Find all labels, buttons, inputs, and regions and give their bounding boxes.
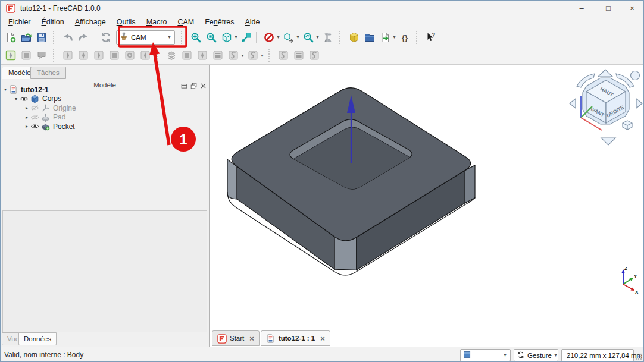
cam-job-icon[interactable] <box>3 48 18 63</box>
axonometric-view-icon[interactable] <box>219 30 235 45</box>
cam-drills-icon[interactable] <box>137 48 153 63</box>
tree-item-origine[interactable]: ▸Origine <box>23 103 76 112</box>
cam-profile-icon[interactable] <box>164 48 179 63</box>
navcube-left-arrow <box>570 99 576 108</box>
close-button[interactable]: × <box>620 1 644 16</box>
tree-item-label: Corps <box>42 95 61 103</box>
chevron-down-icon[interactable]: ▾ <box>295 34 301 40</box>
chevron-down-icon[interactable]: ▾ <box>233 34 239 40</box>
freecad-document-icon <box>9 85 18 94</box>
cam-toolbit-library-icon[interactable] <box>76 48 91 63</box>
tab-taches[interactable]: Tâches <box>30 67 66 79</box>
cam-pocket-icon[interactable] <box>179 48 195 63</box>
whats-this-icon[interactable]: ? <box>423 30 439 45</box>
close-tab-icon[interactable]: × <box>320 334 325 343</box>
3d-viewport[interactable]: HAUT AVANT DROITE Z Y X Start × <box>210 65 644 347</box>
menu-fichier[interactable]: Fichier <box>3 17 36 27</box>
create-group-icon[interactable] <box>362 30 377 45</box>
menu-cam[interactable]: CAM <box>172 17 199 27</box>
navigation-cube[interactable]: HAUT AVANT DROITE <box>568 68 643 147</box>
toolbar-separator <box>53 49 58 62</box>
axis-label-y: Y <box>634 273 637 279</box>
cam-tool-controller-icon[interactable] <box>91 48 107 63</box>
cam-inspect-icon[interactable] <box>34 48 49 63</box>
tab-start[interactable]: Start × <box>212 330 260 346</box>
model-tree: ▾tuto12-1▾Corps▸Origine▸Pad▸Pocket <box>2 85 208 211</box>
dimension-selector[interactable]: 210,22 mm x 127,84 mm ▾ <box>561 349 634 361</box>
draw-style-swatch-icon <box>463 351 471 360</box>
status-bar: Valid, nom interne : Body ▾ Gesture ▾ 21… <box>1 347 644 362</box>
menu-fenetres[interactable]: Fenêtres <box>199 17 239 27</box>
zoom-selection-icon[interactable] <box>204 30 219 45</box>
cam-workbench-icon <box>119 32 129 43</box>
undo-icon[interactable] <box>60 30 76 45</box>
menu-macro[interactable]: Macro <box>141 17 173 27</box>
cam-face-icon[interactable] <box>107 48 122 63</box>
zoom-fit-icon[interactable] <box>188 30 204 45</box>
property-editor <box>2 210 207 332</box>
chevron-down-icon[interactable]: ▾ <box>240 53 245 58</box>
minimize-button[interactable]: – <box>569 1 594 16</box>
menu-outils[interactable]: Outils <box>111 17 141 27</box>
expander-icon[interactable]: ▸ <box>23 105 30 111</box>
refresh-icon[interactable] <box>98 30 114 45</box>
chevron-down-icon[interactable]: ▾ <box>315 34 320 40</box>
tree-item-corps[interactable]: ▾Corps <box>12 95 61 103</box>
cam-engrave-icon[interactable] <box>245 48 261 63</box>
toolbar-separator <box>157 49 162 62</box>
new-document-icon[interactable] <box>3 30 18 45</box>
cam-post-process-icon[interactable] <box>18 48 34 63</box>
cam-toolbit-dock-icon[interactable] <box>60 48 76 63</box>
close-tab-icon[interactable]: × <box>249 334 254 343</box>
expressions-icon[interactable]: {} <box>397 30 412 45</box>
cam-helix-icon[interactable] <box>226 48 241 63</box>
save-document-icon[interactable] <box>34 30 49 45</box>
cam-drilling-icon[interactable] <box>195 48 210 63</box>
draw-style-selector[interactable]: ▾ <box>460 349 511 361</box>
dimensions-label: 210,22 mm x 127,84 mm <box>567 352 642 359</box>
cam-simulate-icon[interactable] <box>307 48 322 63</box>
navcube-down-arrow <box>601 138 615 145</box>
tab-donnees[interactable]: Données <box>18 332 57 345</box>
clipping-plane-icon[interactable] <box>261 30 277 45</box>
resize-grip[interactable] <box>635 353 642 360</box>
tree-item-pocket[interactable]: ▸Pocket <box>23 122 75 131</box>
cam-facing-icon[interactable] <box>210 48 226 63</box>
menu-aide[interactable]: Aide <box>240 17 265 27</box>
cam-array-icon[interactable] <box>291 48 307 63</box>
link-view-icon[interactable] <box>281 30 296 45</box>
expander-icon[interactable]: ▾ <box>2 87 9 92</box>
navigation-style-selector[interactable]: Gesture ▾ <box>514 349 558 361</box>
tab-tuto12-1[interactable]: tuto12-1 : 1 × <box>261 330 330 346</box>
make-link-icon[interactable] <box>377 30 393 45</box>
gesture-icon <box>517 351 525 360</box>
create-part-icon[interactable] <box>346 30 362 45</box>
cam-circle-icon[interactable] <box>122 48 137 63</box>
zoom-sync-icon[interactable] <box>301 30 316 45</box>
toolbar-separator <box>93 32 96 43</box>
tree-item-label: Pocket <box>53 122 75 131</box>
tree-item-label: Pad <box>53 113 65 121</box>
expander-icon[interactable]: ▾ <box>12 96 20 102</box>
tree-item-tuto12-1[interactable]: ▾tuto12-1 <box>2 85 49 94</box>
cam-adaptive-icon[interactable] <box>276 48 291 63</box>
tree-item-pad[interactable]: ▸Pad <box>23 113 65 122</box>
tree-item-label: Origine <box>53 104 76 112</box>
menu-affichage[interactable]: Affichage <box>70 17 111 27</box>
redo-icon[interactable] <box>76 30 91 45</box>
expander-icon[interactable]: ▸ <box>23 115 30 120</box>
open-document-icon[interactable] <box>18 30 34 45</box>
svg-text:?: ? <box>432 32 435 39</box>
expander-icon[interactable]: ▸ <box>23 124 30 129</box>
tab-start-label: Start <box>230 335 244 342</box>
chevron-down-icon[interactable]: ▾ <box>276 34 281 40</box>
eye-open-icon <box>30 122 40 131</box>
measure-icon[interactable] <box>320 30 336 45</box>
chevron-down-icon[interactable]: ▾ <box>260 53 265 58</box>
workbench-selector[interactable]: CAM▾ <box>116 30 175 45</box>
go-to-selection-icon[interactable] <box>239 30 254 45</box>
maximize-button[interactable]: □ <box>596 1 621 16</box>
menu-edition[interactable]: Édition <box>36 17 70 27</box>
chevron-down-icon[interactable]: ▾ <box>392 34 397 40</box>
toolbar-standard: CAM▾▾▾▾▾▾{}? <box>1 28 644 46</box>
